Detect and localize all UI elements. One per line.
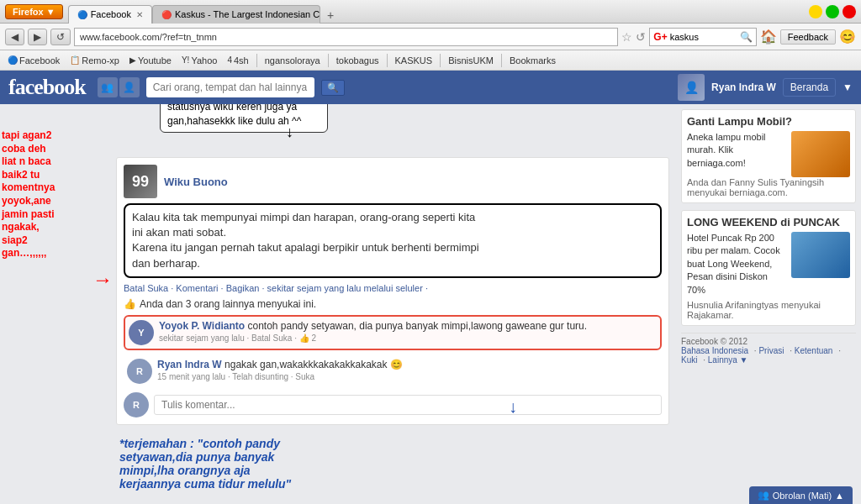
bookmark-youtube[interactable]: ▶ Youtube <box>127 55 174 66</box>
comment-yoyok-avatar[interactable]: Y <box>129 320 154 345</box>
sidebar-ad1: Ganti Lampu Mobil? Aneka lampu mobil mur… <box>681 109 856 203</box>
comment-ryan: R Ryan Indra W ngakak gan,wakakkkakakakk… <box>124 355 662 387</box>
reload-button[interactable]: ↺ <box>50 29 71 45</box>
footer-link-privasi[interactable]: Privasi <box>758 346 784 355</box>
new-tab-button[interactable]: + <box>320 7 341 24</box>
comment-input[interactable] <box>154 395 662 415</box>
right-arrow: → <box>92 268 113 291</box>
maximize-button[interactable] <box>826 5 839 18</box>
tab-facebook-label: Facebook <box>91 9 131 19</box>
footer-link-lainnya[interactable]: Lainnya ▼ <box>708 355 748 365</box>
fb-copyright: Facebook © 2012 <box>681 337 856 346</box>
tab-kaskus[interactable]: 🔴 Kaskus - The Largest Indonesian Com...… <box>152 5 320 24</box>
sidebar-ad1-likes: Anda dan Fanny Sulis Tyaningsih menyukai… <box>687 177 850 197</box>
bookmark-remo[interactable]: 📋 Remo-xp <box>67 55 122 66</box>
fb-friend-icon[interactable]: 👤 <box>119 77 140 97</box>
sidebar-ad1-title: Ganti Lampu Mobil? <box>687 115 850 128</box>
chat-icon: 👥 <box>758 490 769 501</box>
bookmark-facebook[interactable]: 🔵 Facebook <box>5 55 62 66</box>
fb-user-avatar[interactable]: 👤 <box>678 74 705 101</box>
comment-yoyok-meta: sekitar sejam yang lalu · Batal Suka · 👍… <box>159 333 657 343</box>
comment-input-row: R <box>124 392 662 417</box>
sidebar-ad1-image[interactable] <box>791 131 850 177</box>
bookmark-4sh[interactable]: 4 4sh <box>224 55 251 66</box>
addon-icon[interactable]: 😊 <box>839 29 856 45</box>
kaskus-tab-icon: 🔴 <box>161 10 172 19</box>
sidebar-ad2-image[interactable] <box>791 232 850 278</box>
facebook-app: facebook 👥 👤 🔍 👤 Ryan Indra W Beranda ▼ … <box>0 71 861 504</box>
fb-navbar: facebook 👥 👤 🔍 👤 Ryan Indra W Beranda ▼ <box>0 71 861 104</box>
speech-bubble: statusnya wiku keren juga ya gan,hahasek… <box>160 104 328 133</box>
bookmark-bookmarks[interactable]: Bookmarks <box>507 55 558 66</box>
translation-annotation: *terjemahan : "contoh pandy setyawan,dia… <box>116 433 669 494</box>
tab-facebook-close[interactable]: ✕ <box>136 10 143 19</box>
close-button[interactable] <box>843 5 856 18</box>
address-input[interactable] <box>74 28 618 46</box>
fb-search-input[interactable] <box>146 77 314 97</box>
forward-button[interactable]: ▶ <box>28 29 47 45</box>
comment-input-avatar: R <box>124 392 149 417</box>
bookmark-star[interactable]: ☆ <box>621 30 632 44</box>
footer-link-bahasa[interactable]: Bahasa Indonesia <box>681 346 748 355</box>
fb-sidebar: Ganti Lampu Mobil? Aneka lampu mobil mur… <box>676 104 861 504</box>
bookmarks-bar: 🔵 Facebook 📋 Remo-xp ▶ Youtube Y! Yahoo … <box>0 50 861 71</box>
fb-search-button[interactable]: 🔍 <box>321 80 345 96</box>
fb-footer-links: Bahasa Indonesia · Privasi · Ketentuan ·… <box>681 346 856 365</box>
firefox-button[interactable]: Firefox ▼ <box>5 4 63 19</box>
fb-dropdown-icon[interactable]: ▼ <box>843 81 853 93</box>
search-box: G+ 🔍 <box>649 28 756 46</box>
address-bar: ◀ ▶ ↺ ☆ ↺ G+ 🔍 🏠 Feedback 😊 <box>0 24 861 50</box>
tab-kaskus-label: Kaskus - The Largest Indonesian Com... <box>175 9 320 19</box>
fb-feed: statusnya wiku keren juga ya gan,hahasek… <box>109 104 676 504</box>
sidebar-ad2-title: LONG WEEKEND di PUNCAK <box>687 216 850 228</box>
feedback-button[interactable]: Feedback <box>780 29 836 45</box>
bookmark-bisnis[interactable]: BisnisUKM <box>446 55 496 66</box>
footer-link-ketentuan[interactable]: Ketentuan <box>795 346 833 355</box>
back-button[interactable]: ◀ <box>5 29 24 45</box>
fb-nav-right: 👤 Ryan Indra W Beranda ▼ <box>678 74 853 101</box>
search-input[interactable] <box>670 32 737 42</box>
chat-bar-label: Obrolan (Mati) <box>773 491 832 501</box>
bookmark-yahoo[interactable]: Y! Yahoo <box>179 55 219 66</box>
post-author-avatar[interactable]: 99 <box>124 165 157 198</box>
fb-logo: facebook <box>8 75 86 100</box>
fb-home-button[interactable]: Beranda <box>783 78 836 97</box>
sidebar-ad2-likes: Husnulia Arifaningtyas menyukai Rajakama… <box>687 300 850 320</box>
footer-link-kuki[interactable]: Kuki <box>681 355 697 365</box>
comment-ryan-meta: 15 menit yang lalu · Telah disunting · S… <box>157 372 658 381</box>
comment-ryan-avatar[interactable]: R <box>127 359 152 384</box>
comment-yoyok: Y Yoyok P. Widianto contoh pandy setyawa… <box>124 315 662 350</box>
browser-titlebar: Firefox ▼ 🔵 Facebook ✕ 🔴 Kaskus - The La… <box>0 0 861 24</box>
fb-people-icon[interactable]: 👥 <box>98 77 118 97</box>
chat-bar-chevron: ▲ <box>835 491 844 501</box>
post-actions: Batal Suka · Komentari · Bagikan · sekit… <box>124 283 662 293</box>
chat-bar[interactable]: 👥 Obrolan (Mati) ▲ <box>749 486 853 504</box>
post-content: Kalau kita tak mempunyai mimpi dan harap… <box>124 203 662 278</box>
bookmark-nganso[interactable]: ngansoloraya <box>262 55 323 66</box>
blue-down-arrow: ↓ <box>509 397 517 417</box>
fb-nav-icons: 👥 👤 <box>98 77 140 97</box>
fb-footer: Facebook © 2012 Bahasa Indonesia · Priva… <box>681 333 856 365</box>
post-card: 99 Wiku Buono Kalau kita tak mempunyai m… <box>116 157 669 425</box>
search-engine-icon: G+ <box>653 31 667 43</box>
post-author-name[interactable]: Wiku Buono <box>164 176 228 188</box>
home-icon[interactable]: 🏠 <box>760 29 777 45</box>
facebook-tab-icon: 🔵 <box>77 10 87 19</box>
comment-yoyok-content: Yoyok P. Widianto contoh pandy setyawan,… <box>159 320 657 343</box>
post-header: 99 Wiku Buono <box>124 165 662 198</box>
fb-main: tapi agan2 coba deh liat n baca baik2 tu… <box>0 104 861 504</box>
comment-ryan-content: Ryan Indra W ngakak gan,wakakkkakakakkak… <box>157 359 658 381</box>
refresh-icon[interactable]: ↺ <box>636 30 646 44</box>
bookmark-kaskus[interactable]: KASKUS <box>393 55 436 66</box>
fb-user-name[interactable]: Ryan Indra W <box>711 81 776 93</box>
post-like-info: 👍 Anda dan 3 orang lainnya menyukai ini. <box>124 298 662 310</box>
bookmark-tokobagus[interactable]: tokobagus <box>334 55 382 66</box>
minimize-button[interactable] <box>809 5 822 18</box>
sidebar-ad2: LONG WEEKEND di PUNCAK Hotel Puncak Rp 2… <box>681 210 856 326</box>
tab-facebook[interactable]: 🔵 Facebook ✕ <box>68 5 152 24</box>
search-submit-icon[interactable]: 🔍 <box>740 31 753 43</box>
